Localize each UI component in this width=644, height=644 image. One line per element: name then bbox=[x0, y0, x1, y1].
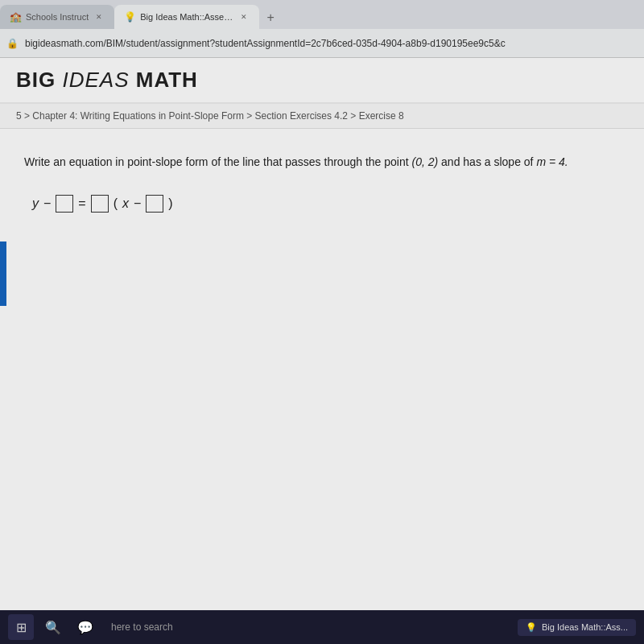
lock-icon: 🔒 bbox=[6, 38, 19, 49]
taskbar-app-icon: 💡 bbox=[526, 622, 537, 633]
prompt-text: Write an equation in point-slope form of… bbox=[24, 155, 409, 168]
address-bar: 🔒 bigideasmath.com/BIM/student/assignmen… bbox=[0, 29, 644, 58]
taskbar: ⊞ 🔍 💬 here to search 💡 Big Ideas Math::A… bbox=[0, 610, 644, 644]
breadcrumb-text: 5 > Chapter 4: Writing Equations in Poin… bbox=[16, 110, 404, 122]
input-box-1[interactable] bbox=[56, 195, 73, 213]
var-y: y bbox=[32, 196, 39, 211]
equation-row: y − = ( x − ) bbox=[32, 195, 620, 213]
tab-schools-instruct[interactable]: 🏫 Schools Instruct ✕ bbox=[0, 5, 114, 29]
tab-close-schools[interactable]: ✕ bbox=[93, 11, 105, 23]
logo-math: MATH bbox=[136, 68, 198, 92]
tab-favicon-schools: 🏫 bbox=[10, 11, 21, 23]
var-x: x bbox=[122, 196, 129, 211]
taskbar-right: 💡 Big Ideas Math::Ass... bbox=[518, 619, 636, 636]
taskbar-windows-icon[interactable]: ⊞ bbox=[8, 614, 34, 640]
tab-label-schools: Schools Instruct bbox=[26, 12, 89, 22]
input-box-3[interactable] bbox=[146, 195, 163, 213]
page-content: BIG IDEAS MATH 5 > Chapter 4: Writing Eq… bbox=[0, 58, 644, 612]
taskbar-app-label: Big Ideas Math::Ass... bbox=[542, 622, 628, 632]
taskbar-search-icon[interactable]: 🔍 bbox=[40, 614, 66, 640]
browser-window: 🏫 Schools Instruct ✕ 💡 Big Ideas Math::A… bbox=[0, 0, 644, 612]
bim-logo: BIG IDEAS MATH bbox=[16, 68, 628, 93]
tab-bar: 🏫 Schools Instruct ✕ 💡 Big Ideas Math::A… bbox=[0, 0, 644, 29]
breadcrumb: 5 > Chapter 4: Writing Equations in Poin… bbox=[0, 104, 644, 129]
tab-close-bigideas[interactable]: ✕ bbox=[238, 11, 250, 23]
tab-bigideas[interactable]: 💡 Big Ideas Math::Assessment ✕ bbox=[114, 5, 259, 29]
new-tab-button[interactable]: + bbox=[259, 6, 282, 29]
prompt-point: (0, 2) bbox=[411, 155, 441, 168]
logo-big: BIG bbox=[16, 68, 56, 92]
minus-2: − bbox=[134, 196, 141, 211]
blue-sidebar-bar bbox=[0, 242, 6, 306]
input-box-2[interactable] bbox=[91, 195, 109, 213]
equals: = bbox=[78, 196, 85, 211]
tab-label-bigideas: Big Ideas Math::Assessment bbox=[140, 12, 233, 22]
taskbar-search-text[interactable]: here to search bbox=[105, 618, 511, 636]
taskbar-chat-icon[interactable]: 💬 bbox=[72, 614, 98, 640]
close-paren: ) bbox=[168, 196, 172, 211]
tab-favicon-bigideas: 💡 bbox=[124, 11, 135, 23]
taskbar-app-bigideas[interactable]: 💡 Big Ideas Math::Ass... bbox=[518, 619, 636, 636]
minus-1: − bbox=[43, 196, 51, 211]
logo-ideas: IDEAS bbox=[62, 68, 129, 92]
exercise-prompt: Write an equation in point-slope form of… bbox=[24, 153, 620, 171]
prompt-slope-part: and has a slope of bbox=[441, 155, 533, 168]
prompt-slope: m = 4. bbox=[536, 155, 568, 168]
url-display[interactable]: bigideasmath.com/BIM/student/assignment?… bbox=[25, 38, 638, 49]
exercise-area: Write an equation in point-slope form of… bbox=[0, 129, 644, 237]
open-paren: ( bbox=[114, 196, 118, 211]
bim-header: BIG IDEAS MATH bbox=[0, 58, 644, 104]
